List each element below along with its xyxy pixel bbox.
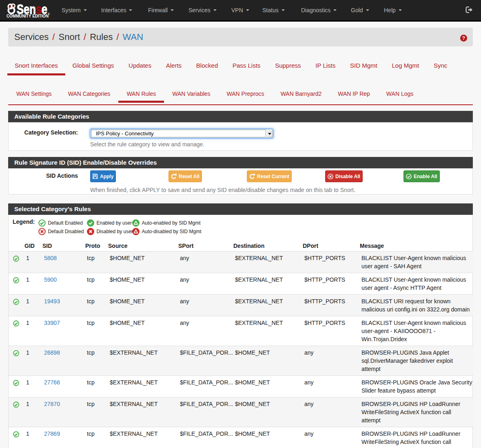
svg-text:p: p: [9, 4, 11, 9]
svg-text:COMMUNITY EDITION: COMMUNITY EDITION: [7, 14, 49, 18]
svg-text:?: ?: [462, 35, 465, 41]
